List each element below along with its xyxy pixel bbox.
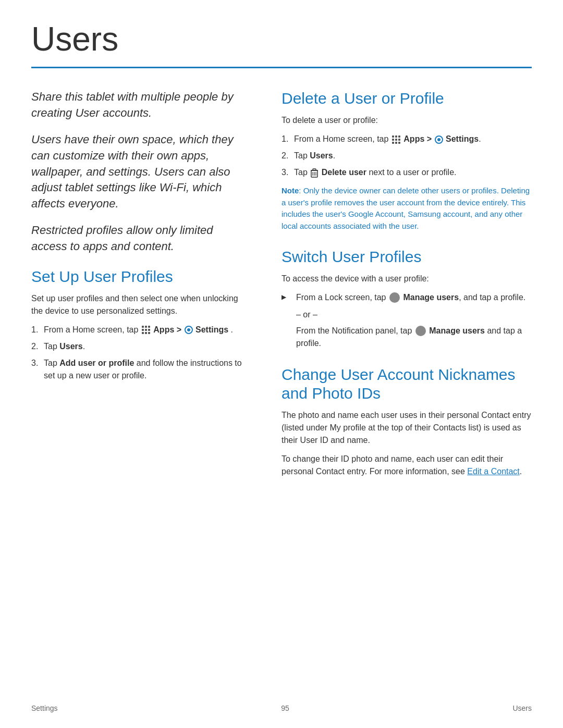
switch-heading: Switch User Profiles — [282, 248, 532, 266]
manage-users-label-2: Manage users — [429, 326, 485, 335]
footer-center: 95 — [281, 704, 289, 712]
page-title: Users — [31, 21, 532, 57]
delete-heading: Delete a User or Profile — [282, 89, 532, 108]
delete-step-3: 3. Tap Delete user next to a user or pro… — [282, 166, 532, 179]
delete-note: Note: Only the device owner can delete o… — [282, 185, 532, 232]
users-label-2: Users — [310, 151, 333, 160]
note-text: : Only the device owner can delete other… — [282, 186, 530, 230]
change-paragraph-2: To change their ID photo and name, each … — [282, 453, 532, 478]
apps-icon — [142, 326, 150, 334]
delete-icon — [311, 168, 318, 178]
change-section: Change User Account Nicknames and Photo … — [282, 365, 532, 478]
delete-section: Delete a User or Profile To delete a use… — [282, 89, 532, 232]
switch-intro: To access the device with a user profile… — [282, 273, 532, 285]
delete-intro: To delete a user or profile: — [282, 114, 532, 127]
delete-user-label: Delete user — [322, 168, 366, 177]
delete-step-num-2: 2. — [282, 150, 288, 162]
change-paragraph-1: The photo and name each user uses in the… — [282, 409, 532, 447]
apps-label: Apps > — [153, 325, 181, 334]
manage-users-icon-1 — [389, 292, 400, 303]
set-up-heading: Set Up User Profiles — [31, 267, 250, 286]
delete-step-1: 1. From a Home screen, tap Apps > Set — [282, 133, 532, 145]
set-up-step-1: 1. From a Home screen, tap Apps > Set — [31, 324, 250, 336]
footer-right: Users — [512, 704, 532, 712]
intro-paragraph-1: Share this tablet with multiple people b… — [31, 89, 250, 121]
footer-left: Settings — [31, 704, 58, 712]
step-num-1: 1. — [31, 324, 38, 336]
set-up-steps: 1. From a Home screen, tap Apps > Set — [31, 324, 250, 382]
delete-step-2: 2. Tap Users. — [282, 150, 532, 162]
svg-point-3 — [437, 138, 440, 141]
apps-icon-2 — [392, 135, 400, 144]
change-para2-after: . — [520, 467, 522, 476]
delete-step-num-3: 3. — [282, 166, 288, 179]
svg-point-1 — [187, 328, 190, 331]
right-column: Delete a User or Profile To delete a use… — [282, 89, 532, 493]
switch-section: Switch User Profiles To access the devic… — [282, 248, 532, 350]
or-divider: – or – — [296, 310, 532, 319]
delete-steps: 1. From a Home screen, tap Apps > Set — [282, 133, 532, 179]
settings-label: Settings — [195, 325, 228, 334]
apps-label-2: Apps > — [403, 134, 432, 143]
manage-users-icon-2 — [415, 326, 426, 336]
delete-step-num-1: 1. — [282, 133, 288, 145]
intro-paragraph-2: Users have their own space, which they c… — [31, 132, 250, 212]
manage-users-label-1: Manage users — [403, 293, 459, 302]
switch-bullets: From a Lock screen, tap Manage users, an… — [282, 291, 532, 304]
left-column: Share this tablet with multiple people b… — [31, 89, 250, 493]
settings-icon-2 — [434, 135, 444, 144]
set-up-step-3: 3. Tap Add user or profile and follow th… — [31, 357, 250, 382]
intro-block: Share this tablet with multiple people b… — [31, 89, 250, 254]
switch-alt-text: From the Notification panel, tap Manage … — [282, 325, 532, 350]
add-user-label: Add user or profile — [59, 359, 134, 367]
set-up-step-2: 2. Tap Users. — [31, 340, 250, 353]
change-heading: Change User Account Nicknames and Photo … — [282, 365, 532, 403]
users-label-1: Users — [59, 342, 82, 351]
page-footer: Settings 95 Users — [0, 704, 563, 712]
step-num-2: 2. — [31, 340, 38, 353]
edit-contact-link[interactable]: Edit a Contact — [467, 467, 520, 476]
page-container: Users Share this tablet with multiple pe… — [0, 0, 563, 728]
step-num-3: 3. — [31, 357, 38, 369]
set-up-section: Set Up User Profiles Set up user profile… — [31, 267, 250, 382]
settings-label-2: Settings — [446, 134, 479, 143]
content-columns: Share this tablet with multiple people b… — [0, 68, 563, 493]
intro-paragraph-3: Restricted profiles allow only limited a… — [31, 223, 250, 255]
settings-icon — [184, 325, 193, 335]
page-header: Users — [0, 0, 563, 63]
svg-rect-6 — [313, 169, 316, 170]
note-label: Note — [282, 186, 299, 195]
set-up-intro: Set up user profiles and then select one… — [31, 292, 250, 317]
switch-bullet-1: From a Lock screen, tap Manage users, an… — [282, 291, 532, 304]
